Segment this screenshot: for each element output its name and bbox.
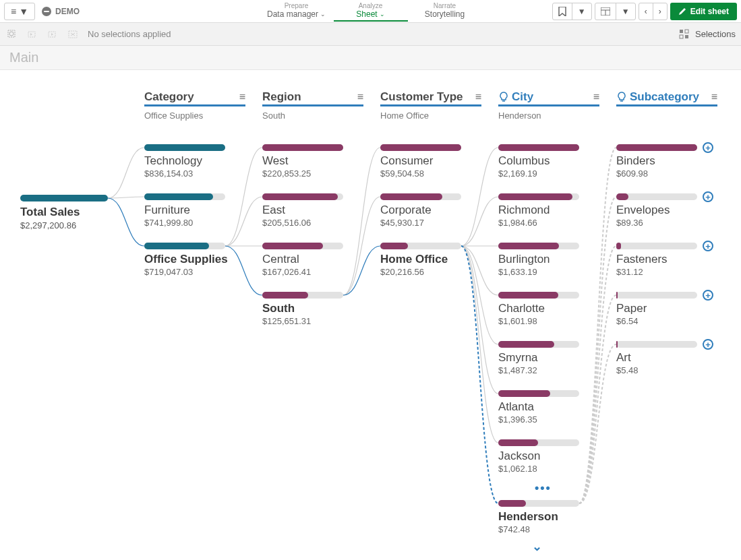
node-value: $741,999.80 <box>144 218 245 228</box>
node-furniture[interactable]: Furniture$741,999.80 <box>144 193 245 228</box>
node-label: Office Supplies <box>144 253 245 266</box>
hamburger-icon: ≡ <box>11 6 16 17</box>
expand-node-button[interactable]: + <box>703 142 713 153</box>
node-office-supplies[interactable]: Office Supplies$719,047.03 <box>144 243 245 277</box>
next-sheet-button[interactable]: › <box>653 3 667 20</box>
column-menu-icon[interactable]: ≡ <box>357 91 363 103</box>
expand-down-button[interactable]: ⌄ <box>532 539 542 554</box>
node-label: Art <box>616 351 717 365</box>
node-value: $167,026.41 <box>262 267 363 277</box>
edit-sheet-button[interactable]: Edit sheet <box>670 3 737 20</box>
column-header[interactable]: Customer Type≡ <box>380 89 481 106</box>
column-header[interactable]: City≡ <box>498 89 599 106</box>
expand-node-button[interactable]: + <box>703 339 713 350</box>
node-south[interactable]: South$125,651.31 <box>262 292 363 326</box>
node-value: $609.98 <box>616 168 717 179</box>
node-label: Fasteners <box>616 253 717 266</box>
main-menu-button[interactable]: ≡▼ <box>4 3 35 20</box>
root-node[interactable]: Total Sales $2,297,200.86 <box>20 195 115 230</box>
chevron-down-icon: ▼ <box>572 3 591 20</box>
chevron-down-icon: ⌄ <box>380 11 385 18</box>
sheets-icon <box>601 7 610 15</box>
column-selection: Office Supplies <box>144 111 245 121</box>
column-selection: South <box>262 111 363 121</box>
step-forward-button[interactable] <box>46 28 59 41</box>
node-value: $719,047.03 <box>144 267 245 277</box>
node-home-office[interactable]: Home Office$20,216.56 <box>380 243 481 277</box>
node-smyrna[interactable]: Smyrna$1,487.32 <box>498 341 599 375</box>
node-label: Envelopes <box>616 204 717 217</box>
column-category: Category≡Office Supplies <box>144 89 245 121</box>
expand-node-button[interactable]: + <box>703 290 713 301</box>
svg-point-4 <box>9 32 13 36</box>
node-label: Technology <box>144 154 245 168</box>
chevron-down-icon: ▼ <box>19 6 28 17</box>
column-header[interactable]: Category≡ <box>144 89 245 106</box>
node-value: $59,504.58 <box>380 168 481 179</box>
node-jackson[interactable]: Jackson$1,062.18 <box>498 439 599 474</box>
nav-step-data-manager[interactable]: PrepareData manager ⌄ <box>260 1 334 22</box>
root-value: $2,297,200.86 <box>20 220 115 230</box>
svg-rect-13 <box>685 35 688 38</box>
node-value: $1,633.19 <box>498 267 599 277</box>
app-icon <box>42 7 51 16</box>
node-value: $6.54 <box>616 316 717 326</box>
node-charlotte[interactable]: Charlotte$1,601.98 <box>498 292 599 326</box>
nav-step-storytelling[interactable]: NarrateStorytelling <box>408 1 482 22</box>
node-east[interactable]: East$205,516.06 <box>262 193 363 228</box>
column-menu-icon[interactable]: ≡ <box>239 91 245 103</box>
node-value: $89.36 <box>616 218 717 228</box>
node-corporate[interactable]: Corporate$45,930.17 <box>380 193 481 228</box>
node-label: Furniture <box>144 204 245 217</box>
node-label: Consumer <box>380 154 481 168</box>
node-label: Columbus <box>498 154 599 168</box>
bookmark-dropdown[interactable]: ▼ <box>552 3 592 20</box>
node-label: West <box>262 154 363 168</box>
node-value: $1,487.32 <box>498 365 599 375</box>
pencil-icon <box>678 7 686 15</box>
more-items-button[interactable]: ••• <box>535 481 552 495</box>
sheets-dropdown[interactable]: ▼ <box>595 3 636 20</box>
node-value: $205,516.06 <box>262 218 363 228</box>
node-burlington[interactable]: Burlington$1,633.19 <box>498 243 599 277</box>
column-customer-type: Customer Type≡Home Office <box>380 89 481 121</box>
clear-selections-button[interactable] <box>66 28 80 41</box>
node-richmond[interactable]: Richmond$1,984.66 <box>498 193 599 228</box>
node-west[interactable]: West$220,853.25 <box>262 144 363 179</box>
step-back-button[interactable] <box>26 28 39 41</box>
node-label: Smyrna <box>498 351 599 365</box>
node-value: $125,651.31 <box>262 316 363 326</box>
node-central[interactable]: Central$167,026.41 <box>262 243 363 277</box>
prev-sheet-button[interactable]: ‹ <box>639 3 653 20</box>
column-header[interactable]: Region≡ <box>262 89 363 106</box>
node-value: $1,601.98 <box>498 316 599 326</box>
node-value: $45,930.17 <box>380 218 481 228</box>
svg-rect-12 <box>680 35 683 38</box>
nav-step-sheet[interactable]: AnalyzeSheet ⌄ <box>334 1 408 22</box>
node-value: $31.12 <box>616 267 717 277</box>
selections-tool-button[interactable]: Selections <box>679 29 736 40</box>
node-henderson[interactable]: Henderson$742.48 <box>498 500 599 534</box>
node-label: Richmond <box>498 204 599 217</box>
expand-node-button[interactable]: + <box>703 191 713 202</box>
expand-node-button[interactable]: + <box>703 241 713 251</box>
node-value: $1,062.18 <box>498 464 599 474</box>
column-selection: Henderson <box>498 111 599 121</box>
node-label: Central <box>262 253 363 266</box>
selections-icon <box>679 29 690 40</box>
node-label: Charlotte <box>498 302 599 315</box>
node-value: $220,853.25 <box>262 168 363 179</box>
node-value: $1,984.66 <box>498 218 599 228</box>
node-consumer[interactable]: Consumer$59,504.58 <box>380 144 481 179</box>
node-atlanta[interactable]: Atlanta$1,396.35 <box>498 390 599 425</box>
column-header[interactable]: Subcategory≡ <box>616 89 717 106</box>
node-columbus[interactable]: Columbus$2,169.19 <box>498 144 599 179</box>
smart-search-button[interactable] <box>5 28 19 41</box>
column-menu-icon[interactable]: ≡ <box>711 91 717 103</box>
node-value: $836,154.03 <box>144 168 245 179</box>
node-technology[interactable]: Technology$836,154.03 <box>144 144 245 179</box>
node-label: East <box>262 204 363 217</box>
column-menu-icon[interactable]: ≡ <box>593 91 599 103</box>
column-subcategory: Subcategory≡ <box>616 89 717 111</box>
column-menu-icon[interactable]: ≡ <box>475 91 481 103</box>
